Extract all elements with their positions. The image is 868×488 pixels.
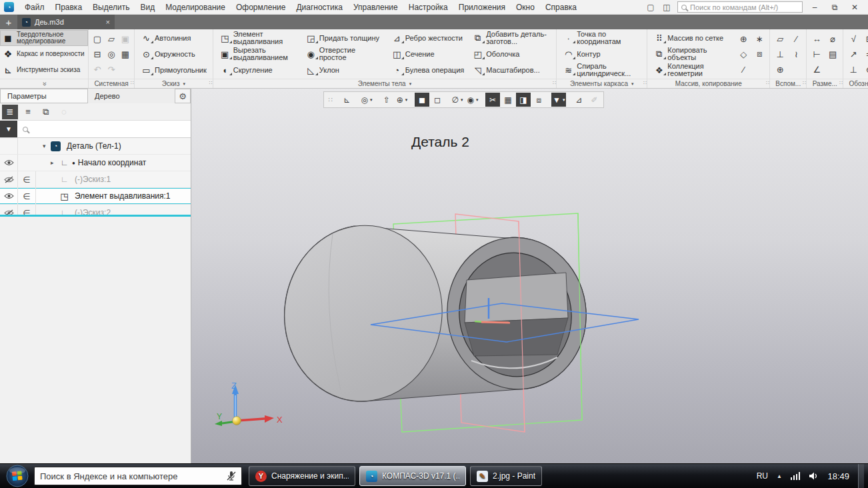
tree-item-origin[interactable]: ∈ ▸ ∟ ● Начало координат: [0, 155, 191, 171]
draft-tool[interactable]: ◺ Уклон: [301, 62, 387, 78]
tree-item-label[interactable]: (-)Эскиз:1: [75, 175, 111, 184]
menu-item[interactable]: Вид: [135, 0, 160, 14]
tree-area-select-icon[interactable]: ◌: [56, 105, 72, 119]
contour-tool[interactable]: ◠ Контур: [559, 46, 645, 62]
components-button[interactable]: ⧈▾: [531, 93, 546, 107]
copy-objects-tool[interactable]: ⧉ Копировать объекты: [649, 46, 735, 62]
network-signal-icon[interactable]: [791, 472, 801, 480]
undo-icon[interactable]: ↶: [91, 63, 104, 76]
menu-item[interactable]: Файл: [19, 0, 50, 14]
auto-dimension-icon[interactable]: ↔: [810, 32, 823, 45]
save-as-icon[interactable]: ▦: [119, 47, 132, 61]
tree-relations-icon[interactable]: ⧉: [38, 105, 54, 119]
tab-close-icon[interactable]: ×: [106, 18, 110, 26]
dimension-table-icon[interactable]: ▤: [826, 47, 839, 61]
aux-local-cs-icon[interactable]: ⊥: [773, 47, 787, 61]
aux-axis-icon[interactable]: ∕: [789, 32, 803, 45]
hide-objects-button[interactable]: ∅▾: [450, 93, 465, 107]
add-stock-part-tool[interactable]: ⧉ Добавить деталь-заготов...: [468, 30, 554, 46]
print-preview-icon[interactable]: ◎: [105, 47, 118, 61]
tree-item-part[interactable]: ∈ ▾ ◔ Деталь (Тел-1): [0, 138, 191, 155]
circle-tool[interactable]: ⊙ Окружность: [137, 46, 211, 62]
menu-item[interactable]: Правка: [50, 0, 88, 14]
section-tool[interactable]: ◫ Сечение: [387, 46, 469, 62]
tolerance-frame-icon[interactable]: ⊞: [863, 32, 868, 45]
aux-plane-icon[interactable]: ▱: [773, 32, 787, 45]
aux-point-icon[interactable]: ⊕: [773, 63, 787, 76]
show-desktop-button[interactable]: [858, 464, 864, 488]
new-document-icon[interactable]: ▢: [91, 32, 104, 45]
taskbar-app-kompas[interactable]: ◔ КОМПАС-3D v17.1 (...: [359, 466, 466, 486]
dropdown-arrow-icon[interactable]: ▾: [370, 97, 373, 103]
open-document-icon[interactable]: ▱: [105, 32, 118, 45]
grid-array-tool[interactable]: ⠿ Массив по сетке: [649, 30, 735, 46]
rib-tool[interactable]: ⊿ Ребро жесткости: [387, 30, 469, 46]
mirror-array-icon[interactable]: ◇: [737, 47, 750, 61]
tree-search-input[interactable]: [32, 125, 185, 134]
orientation-button[interactable]: ⇧▾: [379, 93, 394, 107]
microphone-muted-icon[interactable]: [227, 471, 236, 481]
start-button[interactable]: [6, 465, 29, 487]
section-dropdown-icon[interactable]: ▾: [631, 81, 634, 87]
sketch-mode-button[interactable]: ⊾▾: [339, 93, 354, 107]
close-button[interactable]: ✕: [847, 3, 863, 12]
visibility-eye-icon[interactable]: [0, 138, 18, 154]
tab-tree[interactable]: Дерево: [88, 89, 127, 103]
tree-item-sketch-1[interactable]: ∈ ∟ (-)Эскиз:1: [0, 171, 191, 188]
section-dropdown-icon[interactable]: ▾: [409, 81, 412, 87]
simplified-display-button[interactable]: ◨▾: [516, 93, 531, 107]
wireframe-display-button[interactable]: ◻▾: [430, 93, 445, 107]
ribbon-collapse-icon[interactable]: «: [40, 81, 48, 85]
menu-item[interactable]: Диагностика: [291, 0, 348, 14]
menu-item[interactable]: Оформление: [231, 0, 291, 14]
radial-dimension-icon[interactable]: ⌀: [826, 32, 839, 45]
expander-icon[interactable]: ▾: [43, 143, 51, 149]
geometry-collection-tool[interactable]: ❖ Коллекция геометрии: [649, 62, 735, 78]
menu-item[interactable]: Окно: [511, 0, 540, 14]
dropdown-arrow-icon[interactable]: ▾: [476, 97, 479, 103]
restore-button[interactable]: ⧉: [827, 3, 843, 12]
datum-icon[interactable]: ⊥: [847, 63, 860, 76]
grid-copy-icon[interactable]: ⧈: [753, 47, 766, 61]
mode-solid-modeling[interactable]: ◼ Твердотельное моделирование: [0, 30, 88, 46]
minimize-button[interactable]: –: [807, 3, 823, 12]
shaded-display-button[interactable]: ◼▾: [415, 93, 429, 107]
leader-icon[interactable]: ↗: [847, 47, 860, 61]
pipette-button[interactable]: ✐▾: [587, 93, 601, 107]
clock[interactable]: 18:49: [827, 471, 849, 481]
zoom-button[interactable]: ◎▾: [359, 93, 374, 107]
thicken-tool[interactable]: ◲ Придать толщину: [301, 30, 387, 46]
command-search-box[interactable]: Поиск по командам (Alt+/): [677, 1, 803, 13]
document-tab[interactable]: ◔ Деь.m3d ×: [17, 15, 115, 29]
taskbar-app-yandex[interactable]: Y Снаряжение и экип...: [249, 466, 355, 486]
menu-item[interactable]: Моделирование: [160, 0, 231, 14]
window-layout-icon[interactable]: ▢: [644, 2, 657, 13]
extrude-tool[interactable]: ◳ Элемент выдавливания: [215, 30, 301, 46]
window-split-icon[interactable]: ◫: [660, 2, 673, 13]
tree-order-view-icon[interactable]: ≡: [20, 105, 36, 119]
coordinate-systems-button[interactable]: ⊕▾: [395, 93, 409, 107]
save-icon[interactable]: ▣: [119, 32, 132, 45]
array-by-axes-icon[interactable]: ⊕: [737, 32, 750, 45]
speaker-icon[interactable]: [809, 471, 819, 481]
roughness-icon[interactable]: √: [847, 32, 860, 45]
visibility-eye-icon[interactable]: [0, 155, 18, 171]
autoline-tool[interactable]: ∿ Автолиния: [137, 30, 211, 46]
redo-icon[interactable]: ↷: [105, 63, 118, 76]
menu-item[interactable]: Приложения: [453, 0, 511, 14]
visibility-eye-icon[interactable]: [0, 171, 18, 187]
scene-display-button[interactable]: ◉▾: [465, 93, 480, 107]
viewport-3d[interactable]: Z X Y Деталь 2 ∷▾ ⊾▾ ◎▾: [191, 89, 868, 463]
language-indicator[interactable]: RU: [757, 471, 768, 481]
taskbar-app-paint[interactable]: ✎ 2.jpg - Paint: [470, 466, 542, 486]
rectangle-tool[interactable]: ▭ Прямоугольник: [137, 62, 211, 78]
shell-tool[interactable]: ◰ Оболочка: [468, 46, 554, 62]
menu-item[interactable]: Управление: [348, 0, 403, 14]
expander-icon[interactable]: ▸: [51, 159, 59, 166]
boolean-tool[interactable]: ◔ Булева операция: [387, 62, 469, 78]
viewport-toolbar-grip[interactable]: ∷▾: [326, 93, 334, 107]
aux-curve-icon[interactable]: ≀: [789, 47, 803, 61]
marking-icon[interactable]: ≜: [863, 47, 868, 61]
print-icon[interactable]: ⊟: [91, 47, 104, 61]
linear-dimension-icon[interactable]: ⊢: [810, 47, 823, 61]
